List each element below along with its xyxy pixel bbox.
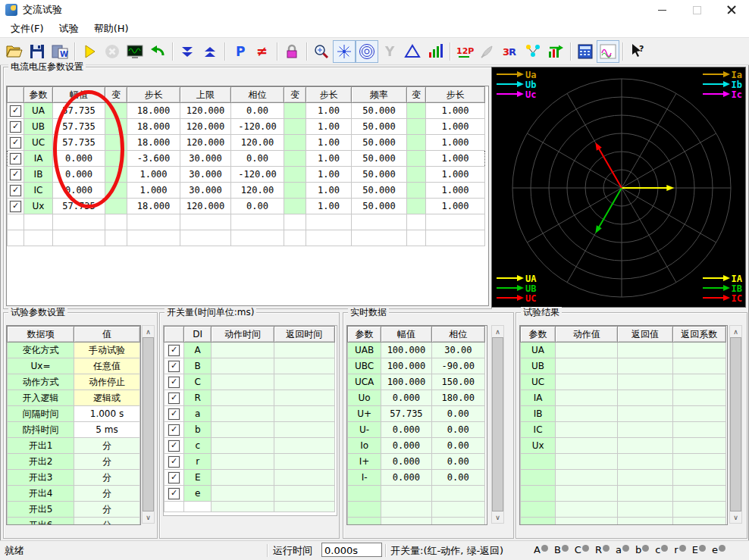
grid-cell[interactable]: 120.000	[180, 103, 231, 119]
zoom-button[interactable]	[310, 40, 333, 63]
menu-help[interactable]: 帮助(H)	[86, 20, 136, 38]
tp-value[interactable]: 5 ms	[74, 422, 140, 438]
tp-value[interactable]: 分	[74, 438, 140, 454]
grid-cell[interactable]: -3.600	[127, 151, 180, 167]
grid-cell[interactable]: 120.00	[231, 135, 284, 151]
row-checkbox-UC[interactable]: ✓	[10, 137, 21, 149]
phase-button[interactable]: P	[228, 40, 251, 63]
grid-cell[interactable]: 1.000	[426, 119, 485, 135]
grid-cell[interactable]: 30.000	[180, 151, 231, 167]
rocket-button[interactable]	[476, 40, 499, 63]
grid-cell[interactable]: 120.000	[180, 135, 231, 151]
grid-cell[interactable]: 1.000	[426, 183, 485, 199]
row-checkbox-UA[interactable]: ✓	[10, 105, 21, 117]
wye-connection-button[interactable]: Y	[378, 40, 401, 63]
undo-button[interactable]	[146, 40, 169, 63]
polar-view-button[interactable]	[356, 40, 378, 63]
help-button[interactable]: ?	[626, 40, 649, 63]
start-test-button[interactable]	[78, 40, 101, 63]
grid-cell[interactable]: 30.000	[180, 167, 231, 183]
three-r-button[interactable]: 3R	[499, 40, 522, 63]
tp-value[interactable]: 1.000 s	[74, 406, 140, 422]
tp-value[interactable]: 动作停止	[74, 374, 140, 390]
waveform-button[interactable]	[597, 40, 619, 63]
grid-cell[interactable]	[284, 151, 306, 167]
results-scrollbar[interactable]: ∧ ∨	[729, 325, 742, 524]
grid-cell[interactable]: 1.000	[426, 135, 485, 151]
save-button[interactable]	[26, 40, 49, 63]
di-checkbox-B[interactable]: ✓	[168, 361, 180, 372]
grid-cell[interactable]: -120.00	[231, 119, 284, 135]
grid-cell[interactable]	[407, 199, 426, 214]
row-checkbox-UB[interactable]: ✓	[10, 121, 21, 133]
scroll-thumb[interactable]	[730, 337, 741, 512]
grid-cell[interactable]: 18.000	[127, 135, 180, 151]
tp-value[interactable]: 手动试验	[74, 343, 140, 358]
bar-chart-button[interactable]	[424, 40, 447, 63]
grid-cell[interactable]: 50.000	[352, 119, 407, 135]
grid-cell[interactable]: 1.00	[306, 199, 352, 214]
grid-cell[interactable]	[284, 199, 306, 214]
trend-chart-button[interactable]	[544, 40, 567, 63]
di-checkbox-C[interactable]: ✓	[168, 377, 180, 388]
grid-cell[interactable]: 30.000	[180, 183, 231, 199]
grid-cell[interactable]: 50.000	[352, 167, 407, 183]
grid-cell[interactable]: 50.000	[352, 151, 407, 167]
scroll-down-icon[interactable]: ∨	[730, 512, 741, 523]
grid-cell[interactable]: 1.000	[127, 167, 180, 183]
grid-cell[interactable]: 1.00	[306, 103, 352, 119]
maximize-button[interactable]	[679, 0, 714, 20]
scroll-up-icon[interactable]: ∧	[492, 326, 503, 337]
grid-cell[interactable]	[284, 167, 306, 183]
grid-cell[interactable]: 1.00	[306, 119, 352, 135]
row-checkbox-IB[interactable]: ✓	[10, 169, 21, 180]
grid-cell[interactable]	[407, 151, 426, 167]
grid-cell[interactable]: 1.00	[306, 135, 352, 151]
grid-cell[interactable]: 1.000	[426, 199, 485, 214]
vector-view-button[interactable]	[333, 40, 356, 63]
di-checkbox-A[interactable]: ✓	[168, 345, 180, 356]
tp-value[interactable]: 逻辑或	[74, 390, 140, 406]
delta-connection-button[interactable]	[401, 40, 424, 63]
grid-cell[interactable]: 1.000	[426, 103, 485, 119]
grid-cell[interactable]: 1.00	[306, 167, 352, 183]
calculator-button[interactable]	[574, 40, 597, 63]
grid-cell[interactable]	[284, 183, 306, 199]
grid-cell[interactable]	[407, 167, 426, 183]
wave-display-button[interactable]	[124, 40, 146, 63]
unbalance-button[interactable]: ≠	[251, 40, 274, 63]
grid-cell[interactable]: 18.000	[127, 119, 180, 135]
row-checkbox-IA[interactable]: ✓	[10, 153, 21, 164]
grid-cell[interactable]: -120.00	[231, 167, 284, 183]
molecule-button[interactable]	[522, 40, 544, 63]
grid-cell[interactable]: 1.00	[306, 151, 352, 167]
row-checkbox-Ux[interactable]: ✓	[10, 201, 21, 212]
tp-value[interactable]: 分	[74, 454, 140, 470]
scroll-up-icon[interactable]: ∧	[730, 326, 741, 337]
grid-cell[interactable]	[407, 119, 426, 135]
di-checkbox-e[interactable]: ✓	[168, 488, 180, 499]
grid-cell[interactable]	[284, 119, 306, 135]
tp-value[interactable]: 分	[74, 486, 140, 502]
di-checkbox-r[interactable]: ✓	[168, 456, 180, 468]
scroll-thumb[interactable]	[492, 337, 503, 512]
grid-cell[interactable]	[105, 199, 127, 214]
di-checkbox-a[interactable]: ✓	[168, 408, 180, 420]
grid-cell[interactable]	[284, 103, 306, 119]
grid-cell[interactable]	[284, 135, 306, 151]
minimize-button[interactable]	[644, 0, 679, 20]
close-button[interactable]	[714, 0, 749, 20]
grid-cell[interactable]: 50.000	[352, 103, 407, 119]
grid-cell[interactable]: 0.00	[231, 151, 284, 167]
open-file-button[interactable]	[3, 40, 26, 63]
tp-value[interactable]: 分	[74, 518, 140, 526]
tp-value[interactable]: 分	[74, 502, 140, 518]
di-checkbox-b[interactable]: ✓	[168, 424, 180, 436]
grid-cell[interactable]: 1.00	[306, 183, 352, 199]
tp-value[interactable]: 分	[74, 470, 140, 486]
row-checkbox-IC[interactable]: ✓	[10, 185, 21, 196]
grid-cell[interactable]: 120.000	[180, 119, 231, 135]
scroll-up-icon[interactable]: ∧	[143, 326, 154, 337]
tp-value[interactable]: 任意值	[74, 358, 140, 374]
menu-test[interactable]: 试验	[52, 20, 86, 38]
